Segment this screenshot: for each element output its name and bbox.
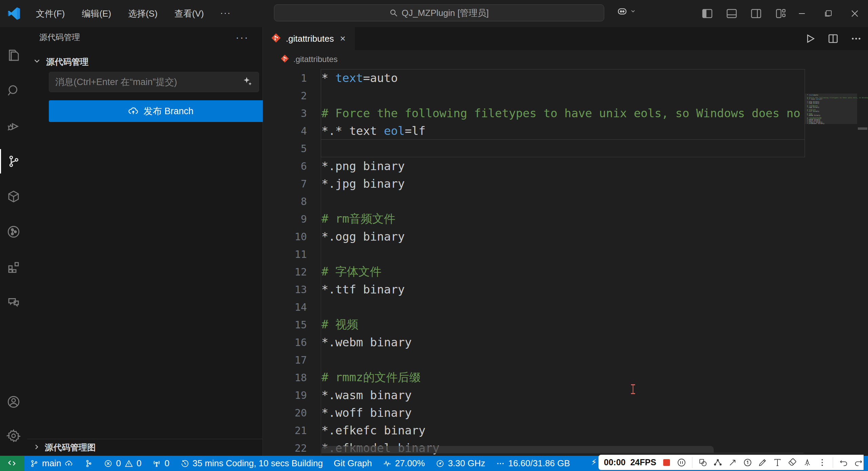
source-control-section-header[interactable]: 源代码管理 — [27, 54, 262, 70]
code-line-21[interactable]: 21*.efkefc binary — [263, 422, 805, 439]
commit-message-input[interactable]: 消息(Ctrl+Enter 在“main”提交) — [49, 72, 259, 92]
status-item-35-mins-coding-10-secs-building[interactable]: 35 mins Coding, 10 secs Building — [175, 458, 328, 469]
remote-indicator[interactable] — [0, 456, 24, 471]
code-line-5[interactable]: 5 — [263, 140, 805, 157]
status-item-16-60-31-86-gb[interactable]: 16.60/31.86 GB — [491, 458, 575, 469]
toggle-panel-icon[interactable] — [726, 7, 738, 20]
settings-gear-icon[interactable] — [0, 421, 27, 451]
toggle-primary-sidebar-icon[interactable] — [701, 7, 713, 20]
copilot-button[interactable] — [616, 5, 636, 17]
redo-button[interactable] — [853, 456, 864, 469]
pause-button[interactable] — [676, 456, 687, 469]
split-editor-icon[interactable] — [827, 33, 839, 44]
minimap[interactable]: * text=auto# Force the following filetyp… — [805, 68, 857, 456]
code-line-1[interactable]: 1* text=auto — [263, 69, 805, 87]
code-line-4[interactable]: 4*.* text eol=lf — [263, 122, 805, 140]
code-line-11[interactable]: 11 — [263, 245, 805, 263]
minimize-button[interactable] — [789, 0, 815, 27]
code-line-2[interactable]: 2 — [263, 87, 805, 104]
extensions-icon[interactable] — [0, 252, 27, 282]
chevron-down-icon — [33, 57, 41, 67]
code-line-8[interactable]: 8 — [263, 192, 805, 210]
horizontal-scrollbar[interactable] — [321, 446, 714, 453]
menu-file[interactable]: 文件(F) — [30, 6, 71, 22]
vscode-window: 文件(F) 编辑(E) 选择(S) 查看(V) ··· QJ_MZPlugin … — [0, 0, 868, 471]
remote-icon — [7, 459, 17, 468]
line-text: # rm音频文件 — [321, 211, 395, 227]
status-item-0[interactable]: 0 — [147, 458, 175, 469]
arrow-button[interactable] — [727, 456, 738, 469]
code-editor[interactable]: 1* text=auto23# Force the following file… — [263, 68, 868, 456]
run-icon[interactable] — [804, 33, 816, 44]
menu-view[interactable]: 查看(V) — [169, 6, 210, 22]
more-actions-icon[interactable] — [850, 33, 862, 44]
code-line-15[interactable]: 15# 视频 — [263, 316, 805, 333]
cube-extension-icon[interactable] — [0, 182, 27, 211]
sidebar-more-actions[interactable]: ··· — [236, 32, 249, 43]
line-number: 11 — [263, 248, 307, 260]
eraser-button[interactable] — [787, 456, 798, 469]
status-item-3-30-ghz[interactable]: 3.30 GHz — [430, 458, 491, 469]
code-line-18[interactable]: 18# rmmz的文件后缀 — [263, 369, 805, 386]
line-number: 7 — [263, 178, 307, 190]
account-icon[interactable] — [0, 387, 27, 417]
laser-button[interactable] — [802, 456, 813, 469]
status-item-27-00-[interactable]: 27.00% — [377, 458, 430, 469]
publish-branch-button[interactable]: 发布 Branch — [49, 100, 273, 122]
status-item-git-graph-branch[interactable] — [79, 459, 98, 468]
code-line-7[interactable]: 7*.jpg binary — [263, 175, 805, 192]
code-line-17[interactable]: 17 — [263, 351, 805, 369]
polyline-button[interactable] — [712, 456, 724, 469]
command-center-search[interactable]: QJ_MZPlugin [管理员] — [274, 4, 604, 21]
source-control-sidebar: 源代码管理 ··· 源代码管理 消息(Ctrl+Enter 在“main”提交)… — [27, 27, 263, 456]
stop-button[interactable] — [661, 456, 672, 469]
code-line-12[interactable]: 12# 字体文件 — [263, 263, 805, 281]
status-misc-icon[interactable]: ⚡ — [591, 457, 597, 467]
close-tab-icon[interactable]: × — [339, 33, 347, 44]
text-tool-button[interactable] — [772, 456, 783, 469]
code-line-20[interactable]: 20*.woff binary — [263, 404, 805, 422]
pulse-icon — [383, 459, 392, 468]
code-line-6[interactable]: 6*.png binary — [263, 157, 805, 175]
line-text: # 字体文件 — [321, 264, 381, 280]
shapes-button[interactable] — [697, 456, 709, 469]
graph-section-label: 源代码管理图 — [45, 442, 96, 453]
code-line-9[interactable]: 9# rm音频文件 — [263, 210, 805, 228]
toggle-secondary-sidebar-icon[interactable] — [750, 7, 762, 20]
menu-more[interactable]: ··· — [215, 6, 236, 22]
search-icon[interactable] — [0, 76, 27, 106]
tab-gitattributes[interactable]: .gitattributes × — [263, 27, 355, 50]
sparkle-icon[interactable] — [242, 76, 253, 88]
code-line-16[interactable]: 16*.webm binary — [263, 333, 805, 351]
customize-layout-icon[interactable] — [774, 7, 787, 20]
number-one-button[interactable] — [742, 456, 753, 469]
explorer-icon[interactable] — [0, 41, 27, 70]
status-item-main[interactable]: main — [24, 458, 79, 469]
code-line-3[interactable]: 3# Force the following filetypes to have… — [263, 104, 805, 122]
close-window-button[interactable] — [842, 0, 868, 27]
line-text: # Force the following filetypes to have … — [321, 106, 800, 120]
maximize-button[interactable] — [815, 0, 842, 27]
code-line-10[interactable]: 10*.ogg binary — [263, 228, 805, 245]
source-control-icon[interactable] — [0, 146, 27, 176]
vertical-scrollbar[interactable] — [857, 68, 868, 456]
comments-icon[interactable] — [0, 287, 27, 317]
menu-bar: 文件(F) 编辑(E) 选择(S) 查看(V) ··· — [30, 6, 236, 22]
line-number: 20 — [263, 407, 307, 419]
kebab-button[interactable] — [816, 456, 828, 469]
source-control-graph-section[interactable]: 源代码管理图 — [27, 439, 262, 456]
status-item-git-graph[interactable]: Git Graph — [328, 458, 377, 469]
pencil-button[interactable] — [757, 456, 768, 469]
publish-branch-label: 发布 Branch — [143, 105, 193, 117]
status-item-0[interactable]: 00 — [98, 458, 147, 469]
menu-selection[interactable]: 选择(S) — [122, 6, 164, 22]
run-debug-icon[interactable] — [0, 111, 27, 141]
code-line-13[interactable]: 13*.ttf binary — [263, 281, 805, 298]
git-graph-circle-icon[interactable] — [0, 217, 27, 247]
code-line-14[interactable]: 14 — [263, 298, 805, 316]
line-number: 4 — [263, 125, 307, 137]
undo-button[interactable] — [838, 456, 849, 469]
menu-edit[interactable]: 编辑(E) — [76, 6, 117, 22]
breadcrumb[interactable]: .gitattributes — [263, 50, 868, 68]
code-line-19[interactable]: 19*.wasm binary — [263, 386, 805, 404]
